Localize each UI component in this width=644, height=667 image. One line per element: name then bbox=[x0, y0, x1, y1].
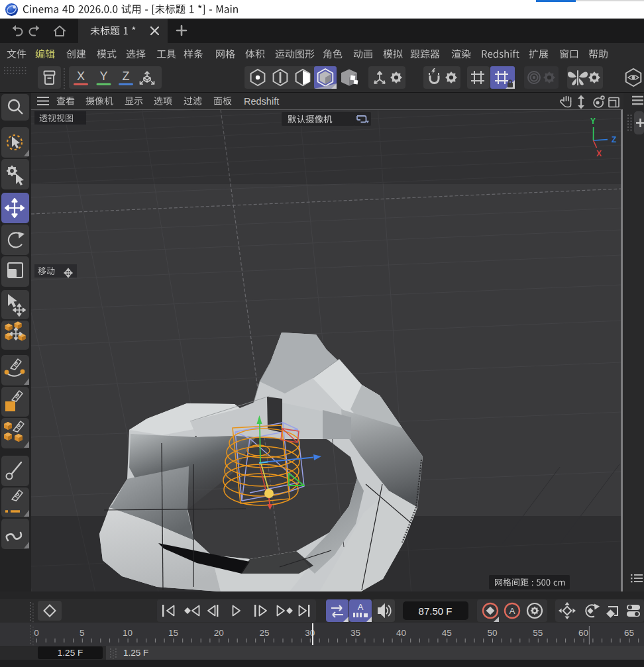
svg-text:40: 40 bbox=[396, 628, 406, 638]
svg-text:1.25 F: 1.25 F bbox=[123, 648, 148, 658]
svg-text:20: 20 bbox=[214, 628, 224, 638]
svg-text:1.25 F: 1.25 F bbox=[58, 648, 83, 658]
svg-text:A: A bbox=[509, 606, 515, 616]
svg-text:65: 65 bbox=[624, 628, 634, 638]
svg-text:5: 5 bbox=[80, 628, 85, 638]
svg-text:15: 15 bbox=[168, 628, 178, 638]
svg-text:30: 30 bbox=[305, 628, 315, 638]
svg-text:X: X bbox=[77, 70, 85, 83]
svg-text:X: X bbox=[596, 149, 602, 158]
svg-text:A: A bbox=[358, 602, 364, 612]
svg-text:Z: Z bbox=[612, 135, 616, 144]
svg-text:25: 25 bbox=[259, 628, 269, 638]
svg-text:45: 45 bbox=[442, 628, 452, 638]
svg-text:Y: Y bbox=[590, 117, 596, 126]
svg-text:Redshift: Redshift bbox=[244, 96, 279, 107]
svg-text:0: 0 bbox=[34, 628, 39, 638]
svg-text:35: 35 bbox=[350, 628, 360, 638]
svg-text:60: 60 bbox=[578, 628, 588, 638]
svg-text:Y: Y bbox=[99, 70, 107, 83]
svg-text:87.50 F: 87.50 F bbox=[419, 605, 453, 617]
svg-text:50: 50 bbox=[487, 628, 497, 638]
svg-text:55: 55 bbox=[533, 628, 543, 638]
svg-text:10: 10 bbox=[123, 628, 133, 638]
svg-text:Z: Z bbox=[123, 70, 130, 83]
